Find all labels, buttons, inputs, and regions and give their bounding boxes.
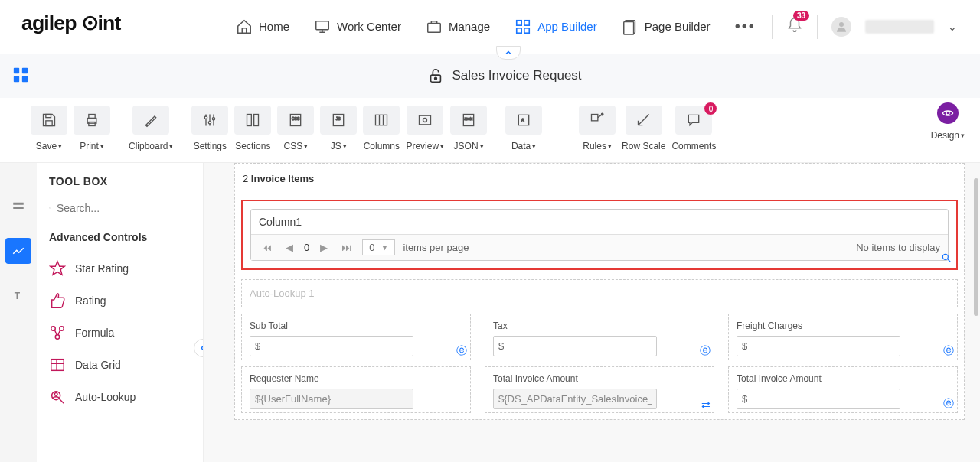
pager-first-button[interactable]: ⏮ bbox=[259, 240, 275, 255]
data-button[interactable]: AData▾ bbox=[505, 106, 542, 151]
print-button[interactable]: Print▾ bbox=[74, 106, 110, 151]
control-star-rating[interactable]: Star Rating bbox=[49, 252, 191, 285]
requester-input[interactable] bbox=[250, 389, 413, 409]
svg-text:T: T bbox=[15, 291, 21, 301]
nav-more[interactable]: ••• bbox=[735, 18, 756, 35]
sliders-icon bbox=[202, 112, 217, 128]
apps-grid-button[interactable] bbox=[12, 67, 29, 86]
sidebar-search[interactable] bbox=[49, 197, 191, 220]
nav-manage[interactable]: Manage bbox=[426, 18, 490, 35]
preview-button[interactable]: Preview▾ bbox=[406, 106, 444, 151]
save-button[interactable]: Save▾ bbox=[31, 106, 67, 151]
rules-icon bbox=[590, 112, 605, 128]
svg-rect-44 bbox=[13, 207, 24, 209]
formula-icon bbox=[49, 324, 66, 341]
pager-last-button[interactable]: ⏭ bbox=[338, 240, 354, 255]
nav-manage-label: Manage bbox=[449, 20, 490, 33]
pencil-icon bbox=[143, 112, 158, 128]
scrollbar[interactable] bbox=[972, 163, 978, 462]
svg-rect-6 bbox=[517, 20, 521, 24]
settings-button[interactable]: Settings bbox=[191, 106, 228, 151]
svg-point-35 bbox=[423, 119, 427, 122]
sidebar-title: TOOL BOX bbox=[49, 175, 191, 187]
form-icon bbox=[11, 200, 25, 213]
field-freight[interactable]: Freight Charges ⓔ bbox=[728, 314, 958, 360]
selected-control-datagrid[interactable]: Column1 ⏮ ◀ 0 ▶ ⏭ 0▼ items per page No i… bbox=[241, 200, 958, 270]
css-button[interactable]: CSSCSS▾ bbox=[277, 106, 314, 151]
field-requester[interactable]: Requester Name bbox=[241, 366, 471, 413]
entity-icon[interactable]: ⓔ bbox=[943, 397, 954, 411]
field-tax[interactable]: Tax ⓔ bbox=[485, 314, 714, 360]
sidebar: TOOL BOX Advanced Controls Star Rating R… bbox=[37, 163, 204, 462]
nav-home[interactable]: Home bbox=[236, 18, 289, 35]
chart-icon bbox=[11, 244, 25, 258]
nav-workcenter[interactable]: Work Center bbox=[314, 18, 401, 35]
clipboard-button[interactable]: Clipboard▾ bbox=[129, 106, 173, 151]
page-size-select[interactable]: 0▼ bbox=[362, 239, 395, 255]
rowscale-button[interactable]: Row Scale bbox=[622, 106, 665, 151]
field-label: Requester Name bbox=[250, 373, 462, 384]
entity-icon[interactable]: ⓔ bbox=[700, 344, 710, 358]
sync-icon[interactable]: ⇄ bbox=[701, 399, 710, 411]
columns-button[interactable]: Columns bbox=[363, 106, 400, 151]
nav-appbuilder[interactable]: App Builder bbox=[514, 18, 597, 35]
control-datagrid[interactable]: Data Grid bbox=[49, 349, 191, 381]
control-formula[interactable]: Formula bbox=[49, 317, 191, 349]
sections-icon bbox=[245, 112, 260, 128]
scrollbar-thumb[interactable] bbox=[974, 178, 978, 316]
rules-button[interactable]: Rules▾ bbox=[579, 106, 616, 151]
section-header[interactable]: 2 Invoice Items bbox=[241, 170, 958, 187]
collapse-nav-button[interactable] bbox=[496, 46, 521, 60]
svg-rect-34 bbox=[420, 116, 431, 125]
total-invoice-input-1[interactable] bbox=[493, 389, 657, 409]
rail-item-form[interactable] bbox=[5, 194, 31, 220]
pager-next-button[interactable]: ▶ bbox=[317, 240, 331, 255]
autolookup-control[interactable]: Auto-Lookup 1 bbox=[241, 279, 958, 307]
js-button[interactable]: JSJS▾ bbox=[320, 106, 357, 151]
thumb-icon bbox=[49, 292, 66, 309]
field-total-invoice-1[interactable]: Total Invoice Amount ⇄ bbox=[485, 366, 714, 413]
field-subtotal[interactable]: Sub Total ⓔ bbox=[241, 314, 471, 360]
unlock-icon bbox=[427, 67, 444, 84]
control-autolookup[interactable]: Auto-Lookup bbox=[49, 381, 191, 413]
print-icon bbox=[84, 112, 100, 128]
svg-rect-11 bbox=[623, 21, 633, 34]
svg-text:JSON: JSON bbox=[464, 117, 472, 121]
svg-point-41 bbox=[601, 113, 603, 116]
control-rating[interactable]: Rating bbox=[49, 285, 191, 317]
entity-icon[interactable]: ⓔ bbox=[456, 344, 467, 358]
rail-item-controls[interactable] bbox=[5, 238, 31, 264]
bell-badge: 33 bbox=[793, 11, 809, 21]
columns-icon bbox=[374, 112, 389, 128]
per-page-label: items per page bbox=[403, 242, 469, 253]
comments-badge: 0 bbox=[704, 102, 717, 115]
total-invoice-input-2[interactable] bbox=[737, 389, 900, 409]
chevron-down-icon[interactable]: ⌄ bbox=[948, 21, 957, 33]
sidebar-collapse-button[interactable] bbox=[194, 339, 204, 357]
inspect-button[interactable] bbox=[941, 252, 952, 265]
nav-pagebuilder[interactable]: Page Builder bbox=[622, 18, 710, 35]
svg-point-25 bbox=[209, 122, 211, 124]
avatar[interactable] bbox=[831, 17, 851, 37]
svg-rect-13 bbox=[14, 67, 19, 73]
grid-column-header[interactable]: Column1 bbox=[251, 210, 948, 235]
notifications-button[interactable]: 33 bbox=[786, 17, 803, 36]
freight-input[interactable] bbox=[737, 336, 900, 356]
control-label: Formula bbox=[75, 327, 114, 339]
comments-button[interactable]: 0Comments bbox=[671, 106, 716, 151]
tax-input[interactable] bbox=[493, 336, 657, 356]
json-button[interactable]: JSONJSON▾ bbox=[450, 106, 487, 151]
page-title: Sales Invoice Request bbox=[452, 68, 581, 83]
subtotal-input[interactable] bbox=[250, 336, 413, 356]
entity-icon[interactable]: ⓔ bbox=[943, 344, 954, 358]
design-button[interactable]: Design▾ bbox=[931, 102, 965, 141]
control-label: Star Rating bbox=[75, 262, 129, 275]
field-total-invoice-2[interactable]: Total Invoice Amount ⓔ bbox=[728, 366, 958, 413]
search-input[interactable] bbox=[57, 202, 191, 214]
home-icon bbox=[236, 18, 253, 35]
sections-button[interactable]: Sections bbox=[234, 106, 271, 151]
field-label: Total Invoice Amount bbox=[493, 373, 706, 384]
pager-prev-button[interactable]: ◀ bbox=[283, 240, 296, 255]
rail-item-text[interactable]: T bbox=[5, 282, 31, 308]
json-icon: JSON bbox=[461, 112, 476, 128]
